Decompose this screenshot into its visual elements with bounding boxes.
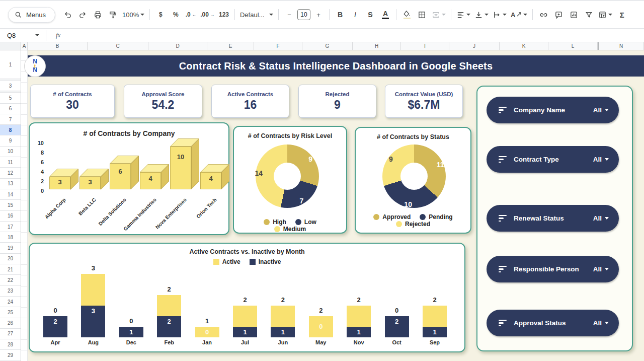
row-header-26[interactable]: 26 [0, 318, 21, 329]
column-header-H[interactable]: H [353, 42, 401, 50]
increase-decimal-button[interactable]: .00→ [199, 8, 216, 22]
filter-pill-contract-type[interactable]: Contract TypeAll [487, 146, 619, 173]
filter-pill-renewal-status[interactable]: Renewal StatusAll [487, 205, 619, 232]
row-header-9[interactable]: 9 [0, 135, 21, 146]
redo-button[interactable] [75, 8, 90, 22]
insert-comment-button[interactable] [551, 8, 566, 22]
active-vs-inactive-chart[interactable]: Active Contracts vs. inactive by Month A… [29, 243, 465, 352]
contracts-by-risk-level-chart[interactable]: # of Contracts by Risk Level 9714HighLow… [233, 126, 347, 234]
row-header-12[interactable]: 12 [0, 168, 21, 178]
font-size-input[interactable]: 10 [297, 9, 310, 20]
column-header-K[interactable]: K [500, 42, 548, 50]
row-header-23[interactable]: 23 [0, 286, 21, 297]
row-header-24[interactable]: 24 [0, 297, 21, 307]
column-header-I[interactable]: I [401, 42, 449, 50]
insert-chart-button[interactable] [567, 8, 581, 22]
column-header-L[interactable]: L [548, 42, 598, 50]
contracts-by-status-chart[interactable]: # of Contracts by Status 11109ApprovedPe… [355, 127, 471, 234]
legend-swatch [250, 259, 256, 265]
decrease-font-size-button[interactable]: − [282, 8, 296, 22]
dashboard-title: Contract Risk & Status Intelligence Dash… [179, 60, 493, 72]
create-filter-button[interactable] [582, 8, 596, 22]
row-header-17[interactable]: 17 [0, 222, 21, 232]
insert-link-button[interactable] [536, 8, 550, 22]
row-header-18[interactable]: 18 [0, 232, 21, 243]
select-all-corner[interactable] [0, 42, 21, 50]
row-header-27[interactable]: 27 [0, 329, 21, 339]
row-header-25[interactable]: 25 [0, 307, 21, 318]
row-header-3[interactable]: 3 [0, 81, 21, 91]
column-header-G[interactable]: G [302, 42, 353, 50]
percent-format-button[interactable]: % [169, 8, 183, 22]
row-header-6[interactable]: 6 [0, 104, 21, 114]
row-header-1[interactable]: 1 [0, 50, 21, 79]
row-header-20[interactable]: 20 [0, 254, 21, 264]
active-segment [271, 306, 295, 327]
strikethrough-button[interactable]: S [363, 8, 377, 22]
row-header-13[interactable]: 13 [0, 179, 21, 189]
currency-format-button[interactable]: $ [153, 8, 168, 22]
y-axis-tick: 8 [34, 150, 44, 156]
increase-font-size-button[interactable]: + [311, 8, 326, 22]
sigma-icon: Σ [620, 11, 624, 19]
column-header-A[interactable]: A [21, 42, 28, 50]
strikethrough-icon: S [368, 11, 372, 19]
decrease-decimal-button[interactable]: .0← [184, 8, 198, 22]
merge-cells-button[interactable] [430, 8, 447, 22]
column-header-C[interactable]: C [88, 42, 148, 50]
row-header-14[interactable]: 14 [0, 189, 21, 200]
legend-swatch [213, 259, 219, 265]
contracts-by-company-chart[interactable]: # of Contracts by Company 10864203Alpha … [29, 122, 229, 235]
row-header-8[interactable]: 8 [0, 125, 21, 135]
text-color-button[interactable]: A [378, 8, 392, 22]
column-header-B[interactable]: B [28, 42, 88, 50]
vertical-align-button[interactable] [473, 8, 490, 22]
text-wrap-button[interactable] [491, 8, 508, 22]
column-header-N[interactable]: N [598, 42, 644, 50]
more-formats-label: 123 [219, 11, 229, 18]
functions-button[interactable]: Σ [615, 8, 629, 22]
row-header-10[interactable]: 10 [0, 147, 21, 157]
menus-search-button[interactable]: Menus [8, 7, 55, 23]
row-header-19[interactable]: 19 [0, 243, 21, 253]
row-header-29[interactable]: 29 [0, 350, 21, 360]
row-header-28[interactable]: 28 [0, 339, 21, 350]
row-header-21[interactable]: 21 [0, 264, 21, 275]
font-select[interactable]: Defaul... [238, 8, 275, 22]
italic-button[interactable]: I [348, 8, 362, 22]
chevron-down-icon [605, 322, 609, 324]
column-header-F[interactable]: F [254, 42, 302, 50]
filter-pill-responsible-person[interactable]: Responsible PersonAll [487, 256, 619, 282]
filter-pill-approval-status[interactable]: Approval StatusAll [487, 310, 619, 336]
filter-pill-company-name[interactable]: Company NameAll [487, 97, 619, 123]
dashboard-canvas[interactable]: N t N Contract Risk & Status Intelligenc… [28, 50, 644, 361]
kpi-value: 54.2 [152, 98, 175, 112]
horizontal-align-button[interactable] [455, 8, 472, 22]
name-box[interactable]: Q8 [0, 32, 43, 39]
row-header-11[interactable]: 11 [0, 157, 21, 168]
inactive-value-label: 1 [347, 328, 371, 336]
borders-button[interactable] [415, 8, 429, 22]
row-header-7[interactable]: 7 [0, 114, 21, 125]
column-header-D[interactable]: D [148, 42, 207, 50]
filter-views-button[interactable] [597, 8, 614, 22]
row-header-15[interactable]: 15 [0, 200, 21, 210]
undo-button[interactable] [60, 8, 74, 22]
row-header-5[interactable]: 5 [0, 93, 21, 103]
column-header-J[interactable]: J [449, 42, 500, 50]
active-value-label: 0 [119, 317, 143, 325]
zoom-select[interactable]: 100% [121, 8, 146, 22]
text-rotation-button[interactable]: A [509, 8, 529, 22]
print-button[interactable] [91, 8, 105, 22]
row-header-22[interactable]: 22 [0, 275, 21, 285]
legend-dot [373, 214, 379, 220]
bold-button[interactable]: B [333, 8, 347, 22]
fill-color-button[interactable] [400, 8, 414, 22]
more-formats-button[interactable]: 123 [217, 8, 231, 22]
column-header-E[interactable]: E [207, 42, 254, 50]
filter-icon [585, 11, 593, 19]
paint-format-button[interactable] [106, 8, 120, 22]
chart-icon [570, 11, 578, 19]
row-header-16[interactable]: 16 [0, 211, 21, 222]
column-a-cells[interactable] [21, 50, 28, 361]
